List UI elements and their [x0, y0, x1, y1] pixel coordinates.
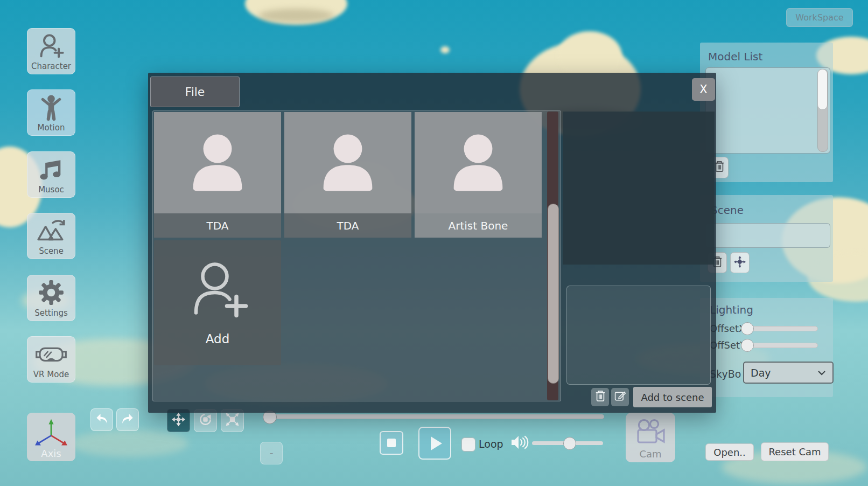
open-button[interactable]: Open.. [705, 443, 754, 461]
offset-x-slider-thumb[interactable] [741, 322, 754, 335]
scene-move-button[interactable] [730, 252, 750, 273]
model-list-panel: Model List [700, 43, 833, 182]
play-icon [431, 436, 442, 450]
character-preview-pane [563, 112, 715, 265]
character-thumbnail [415, 112, 542, 213]
sidebar-item-label: Musoc [38, 185, 64, 195]
card-grid-scrollbar-thumb[interactable] [548, 204, 559, 384]
music-note-icon [27, 156, 75, 184]
undo-icon [95, 412, 109, 428]
file-menu-label: File [185, 85, 205, 99]
sidebar-item-label: VR Mode [33, 370, 69, 379]
axis-gizmo-icon [29, 417, 74, 450]
scale-tool-icon [225, 412, 240, 429]
sidebar-item-label: Scene [39, 246, 64, 256]
vr-headset-icon [27, 344, 75, 367]
sidebar-item-label: Settings [34, 308, 68, 318]
offset-y-slider-thumb[interactable] [741, 339, 754, 352]
person-add-icon [185, 258, 250, 324]
edit-character-button[interactable] [611, 388, 629, 406]
cam-label: Cam [639, 448, 661, 460]
character-card-label: Artist Bone [449, 219, 508, 232]
cloud-shadow [258, 9, 334, 23]
app-window: WorkSpace Character Motion Musoc Scene S… [0, 0, 868, 486]
sidebar-item-vr-mode[interactable]: VR Mode [27, 336, 75, 383]
sidebar-item-label: Character [31, 61, 71, 71]
character-select-dialog: File X TDA TDA [148, 73, 716, 413]
character-card-label: TDA [337, 219, 359, 232]
character-card-label-band: TDA [154, 213, 281, 238]
lighting-title: Lighting [710, 303, 753, 316]
video-camera-icon [633, 418, 668, 449]
offset-x-slider[interactable] [745, 326, 818, 331]
add-to-scene-button[interactable]: Add to scene [633, 387, 712, 407]
delete-character-button[interactable] [591, 388, 609, 406]
volume-slider-thumb[interactable] [563, 437, 576, 450]
redo-button[interactable] [116, 408, 139, 431]
model-list-scrollbar[interactable] [817, 69, 828, 152]
workspace-button[interactable]: WorkSpace [786, 8, 853, 27]
cloud [440, 46, 450, 53]
add-to-scene-label: Add to scene [641, 392, 704, 403]
edit-pencil-icon [614, 390, 627, 405]
reset-cam-label: Reset Cam [768, 446, 821, 457]
sidebar-item-label: Motion [38, 123, 65, 133]
redo-icon [121, 412, 135, 428]
person-plus-icon [27, 32, 75, 60]
character-card-label-band: TDA [284, 213, 411, 238]
character-thumbnail [284, 112, 411, 213]
play-button[interactable] [418, 427, 451, 460]
cam-button[interactable]: Cam [626, 413, 675, 462]
stop-icon [387, 439, 396, 447]
person-silhouette-icon [314, 128, 382, 198]
sidebar-item-motion[interactable]: Motion [27, 89, 75, 136]
character-info-box [566, 286, 711, 385]
sidebar-item-music[interactable]: Musoc [27, 151, 75, 198]
sidebar-item-character[interactable]: Character [27, 28, 75, 74]
model-list-scrollbar-thumb[interactable] [817, 69, 828, 110]
offset-y-slider[interactable] [745, 343, 818, 348]
file-menu-button[interactable]: File [150, 77, 240, 107]
scene-panel: Scene [700, 195, 833, 282]
workspace-label: WorkSpace [795, 12, 843, 23]
add-character-card[interactable]: Add [154, 240, 281, 365]
card-grid-scrollbar[interactable] [547, 112, 558, 400]
sidebar-item-scene[interactable]: Scene [27, 213, 75, 259]
scene-list-box[interactable] [705, 223, 830, 248]
mountains-icon [27, 217, 75, 244]
skybox-selected-value: Day [751, 367, 771, 379]
character-thumbnail [154, 112, 281, 213]
move-tool-icon [171, 412, 186, 429]
skybox-dropdown[interactable]: Day [743, 362, 834, 384]
person-silhouette-icon [444, 128, 512, 198]
character-card-label-band: Artist Bone [415, 213, 542, 238]
axis-button[interactable]: Axis [27, 413, 75, 461]
reset-cam-button[interactable]: Reset Cam [761, 442, 829, 461]
trash-icon [594, 389, 606, 405]
loop-label: Loop [479, 438, 503, 450]
lighting-panel: Lighting OffsetX OffSetY SkyBo Day [700, 298, 833, 397]
stop-button[interactable] [380, 431, 403, 455]
character-card-label: TDA [207, 219, 229, 232]
add-card-label: Add [206, 332, 230, 346]
person-silhouette-icon [184, 128, 251, 198]
undo-button[interactable] [90, 408, 113, 431]
cloud [70, 430, 188, 457]
open-label: Open.. [713, 447, 746, 458]
close-dialog-button[interactable]: X [692, 78, 715, 101]
character-card[interactable]: TDA [154, 112, 281, 238]
character-card[interactable]: TDA [284, 112, 411, 238]
loop-checkbox[interactable] [461, 438, 475, 452]
model-list-box[interactable] [705, 67, 830, 154]
volume-icon [510, 434, 530, 453]
model-list-title: Model List [708, 50, 762, 63]
gear-icon [27, 279, 75, 306]
move-crosshair-icon [734, 256, 746, 270]
close-icon: X [699, 83, 707, 96]
sidebar-item-settings[interactable]: Settings [27, 275, 75, 321]
collapse-panel-button[interactable]: - [260, 442, 283, 464]
motion-figure-icon [27, 94, 75, 121]
character-card-selected[interactable]: Artist Bone [415, 112, 542, 238]
chevron-down-icon [817, 370, 826, 376]
timeline-slider[interactable] [263, 414, 604, 419]
